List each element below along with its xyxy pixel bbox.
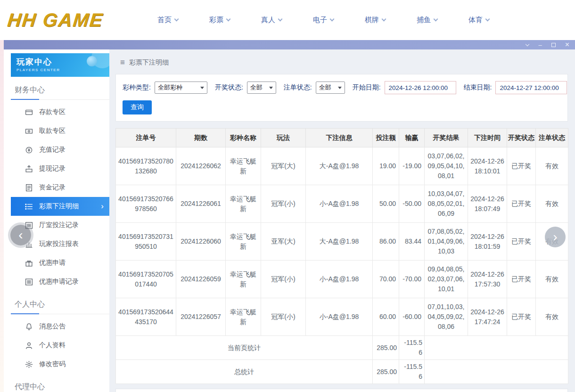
window-titlebar: – × — [4, 40, 575, 49]
section-title-finance: 财务中心 — [11, 83, 109, 100]
sidebar-item-promo-apply[interactable]: 优惠申请 — [11, 253, 109, 272]
sidebar-item-fund-records[interactable]: 资金记录 — [11, 178, 109, 197]
cell-issue: 20241226062 — [176, 147, 226, 185]
cell-lottery-name: 幸运飞艇新 — [226, 185, 261, 223]
sidebar-item-announcements[interactable]: 消息公告 — [11, 317, 109, 336]
filter-row: 彩种类型: 全部彩种 开奖状态: 全部 注单状态: 全部 开始日期: 结束日期: — [123, 81, 561, 94]
cell-play-type: 亚军(大) — [261, 223, 306, 261]
nav-item-home[interactable]: 首页 — [157, 16, 178, 24]
cell-win-loss: -60.00 — [399, 298, 425, 336]
cell-bet-amount: 86.00 — [373, 223, 399, 261]
cell-bet-time: 2024-12-26 18:10:01 — [468, 147, 507, 185]
cell-bet-info: 小-A盘@1.98 — [306, 261, 373, 298]
nav-item-live[interactable]: 真人 — [261, 16, 282, 24]
draw-status-select[interactable]: 全部 — [247, 82, 276, 94]
cell-play-type: 冠军(大) — [261, 147, 306, 185]
select-arrow-icon — [338, 87, 342, 89]
bet-details-table: 注单号 期数 彩种名称 玩法 下注信息 投注额 输赢 开奖结果 下注时间 开奖状… — [115, 128, 568, 384]
cell-order-status: 有效 — [536, 147, 568, 185]
nav-item-label: 体育 — [468, 16, 483, 24]
main-nav: 首页 彩票 真人 电子 棋牌 捕鱼 体育 — [157, 16, 489, 24]
sidebar-item-promo-apply-records[interactable]: 优惠申请记录 — [11, 272, 109, 291]
cell-play-type: 冠军(小) — [261, 298, 306, 336]
sidebar-item-profile[interactable]: 个人资料 — [11, 336, 109, 355]
sidebar-item-lottery-bet-details[interactable]: 彩票下注明细 › — [11, 197, 109, 216]
col-header-win-loss: 输赢 — [399, 129, 425, 147]
summary-row-current-page: 当前页统计 285.00 -115.56 — [116, 336, 568, 360]
nav-item-lottery[interactable]: 彩票 — [209, 16, 230, 24]
lottery-type-select[interactable]: 全部彩种 — [155, 82, 207, 94]
order-status-label: 注单状态: — [284, 83, 312, 92]
hamburger-icon[interactable]: ≡ — [120, 58, 125, 67]
top-header: HH GAME 首页 彩票 真人 电子 棋牌 捕鱼 体育 — [0, 0, 575, 40]
main-window: 玩家中心 PLAYERS CENTER 财务中心 存款专区 取款专区 充值记录 … — [4, 49, 575, 392]
cell-draw-result: 03,07,06,02,09,05,04,10,08,01 — [425, 147, 468, 185]
cell-issue: 20241226057 — [176, 298, 226, 336]
nav-item-sports[interactable]: 体育 — [468, 16, 489, 24]
personal-menu: 消息公告 个人资料 修改密码 — [11, 314, 109, 374]
nav-item-cards[interactable]: 棋牌 — [365, 16, 386, 24]
prev-arrow-button[interactable]: ‹ — [10, 225, 31, 245]
table-row: 401569173520766978560 20241226061 幸运飞艇新 … — [116, 185, 568, 223]
select-arrow-icon — [269, 87, 273, 89]
col-header-issue: 期数 — [176, 129, 226, 147]
cell-draw-status: 已开奖 — [507, 261, 536, 298]
table-row: 401569173520644435170 20241226057 幸运飞艇新 … — [116, 298, 568, 336]
nav-item-label: 捕鱼 — [417, 16, 431, 24]
cell-draw-status: 已开奖 — [507, 298, 536, 336]
list-icon — [25, 203, 33, 211]
close-button[interactable]: × — [565, 41, 569, 49]
sidebar-subtitle: PLAYERS CENTER — [16, 68, 109, 72]
bank-card-icon — [25, 108, 33, 116]
sidebar-item-label: 玩家投注报表 — [39, 240, 79, 248]
cell-draw-result: 07,08,05,02,01,04,09,06,10,03 — [425, 223, 468, 261]
cell-bet-info: 小-A盘@1.98 — [306, 298, 373, 336]
order-status-select[interactable]: 全部 — [316, 82, 345, 94]
col-header-draw-status: 开奖状态 — [507, 129, 536, 147]
sidebar-item-recharge-records[interactable]: 充值记录 — [11, 140, 109, 159]
cell-issue: 20241226061 — [176, 185, 226, 223]
sidebar-item-withdrawal-records[interactable]: 提现记录 — [11, 159, 109, 178]
sidebar-item-label: 取款专区 — [39, 127, 66, 135]
titlebar-dropdown-button[interactable] — [526, 44, 529, 46]
chevron-down-icon — [485, 17, 490, 22]
cell-win-loss: -50.00 — [399, 185, 425, 223]
document-icon — [25, 184, 33, 192]
chevron-down-icon — [382, 17, 386, 22]
lottery-type-label: 彩种类型: — [123, 83, 151, 92]
cell-draw-result: 10,03,04,07,08,05,02,01,06,09 — [425, 185, 468, 223]
draw-status-value: 全部 — [250, 83, 263, 92]
sidebar-item-label: 厅室投注记录 — [39, 221, 79, 229]
sidebar-item-label: 提现记录 — [39, 164, 66, 173]
summary-label: 当前页统计 — [116, 336, 373, 360]
col-header-bet-time: 下注时间 — [468, 129, 507, 147]
maximize-icon — [551, 43, 556, 47]
cell-order-status: 有效 — [536, 298, 568, 336]
end-date-input[interactable] — [495, 81, 567, 94]
table-row: 401569173520705017440 20241226059 幸运飞艇新 … — [116, 261, 568, 298]
sidebar-item-withdraw-zone[interactable]: 取款专区 — [11, 122, 109, 140]
gear-icon — [25, 360, 33, 368]
bet-details-table-card: 注单号 期数 彩种名称 玩法 下注信息 投注额 输赢 开奖结果 下注时间 开奖状… — [115, 128, 568, 384]
sidebar-item-deposit-zone[interactable]: 存款专区 — [11, 103, 109, 122]
nav-item-fishing[interactable]: 捕鱼 — [417, 16, 437, 24]
nav-item-slots[interactable]: 电子 — [313, 16, 334, 24]
cell-play-type: 冠军(小) — [261, 261, 306, 298]
draw-status-label: 开奖状态: — [215, 83, 243, 92]
minimize-button[interactable]: – — [538, 42, 542, 48]
summary-row-total: 总统计 285.00 -115.56 — [116, 360, 568, 384]
maximize-button[interactable] — [551, 43, 556, 47]
finance-menu: 存款专区 取款专区 充值记录 提现记录 资金记录 彩票下注明细 › — [11, 100, 109, 291]
sidebar-item-label: 修改密码 — [39, 360, 66, 368]
next-arrow-button[interactable]: › — [545, 227, 566, 247]
lottery-type-value: 全部彩种 — [158, 83, 182, 92]
coin-icon — [25, 146, 33, 154]
cell-bet-time: 2024-12-26 18:07:49 — [468, 185, 507, 223]
summary-empty — [425, 336, 568, 360]
chevron-down-icon — [278, 17, 283, 22]
sidebar-item-change-password[interactable]: 修改密码 — [11, 355, 109, 374]
page-title: 彩票下注明细 — [129, 58, 169, 67]
query-button[interactable]: 查询 — [123, 100, 152, 114]
start-date-input[interactable] — [385, 81, 456, 94]
cell-lottery-name: 幸运飞艇新 — [226, 223, 261, 261]
